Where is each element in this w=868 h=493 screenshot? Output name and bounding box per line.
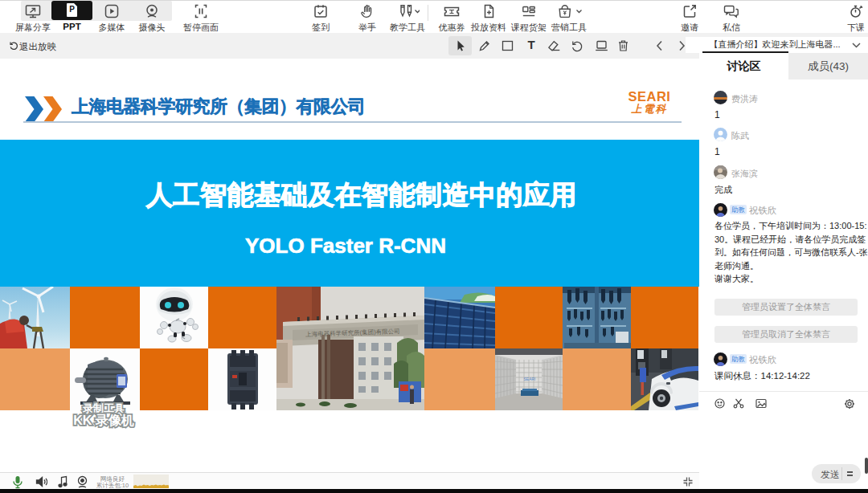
svg-text:SEARI: SEARI: [523, 377, 535, 381]
